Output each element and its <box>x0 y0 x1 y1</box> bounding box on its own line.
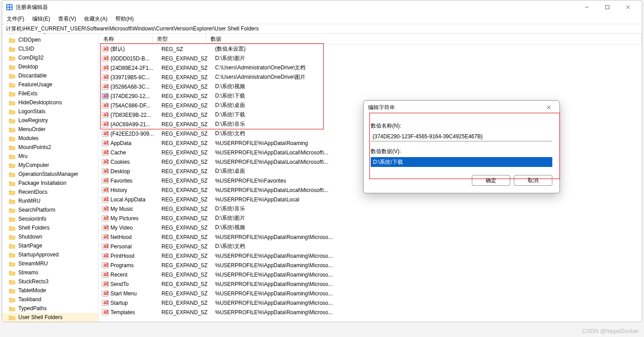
tree-item[interactable]: StartupApproved <box>2 250 98 259</box>
value-data: %USERPROFILE%\AppData\Roaming\Microso... <box>215 281 642 287</box>
value-row[interactable]: StartupREG_EXPAND_SZ%USERPROFILE%\AppDat… <box>99 298 642 307</box>
close-button[interactable] <box>618 0 638 14</box>
tree-item[interactable]: Package Installation <box>2 179 98 188</box>
menu-fav[interactable]: 收藏夹(A) <box>84 15 107 23</box>
value-row[interactable]: My PicturesREG_EXPAND_SZD:\系统\图片 <box>99 213 642 223</box>
value-data-input[interactable] <box>371 157 552 167</box>
string-value-icon <box>102 55 109 62</box>
value-row[interactable]: Local AppDataREG_EXPAND_SZ%USERPROFILE%\… <box>99 195 642 204</box>
value-row[interactable]: My VideoREG_EXPAND_SZD:\系统\视频 <box>99 223 642 232</box>
value-row[interactable]: {24D89E24-2F1...REG_EXPAND_SZC:\Users\Ad… <box>99 63 642 73</box>
cancel-button[interactable]: 取消 <box>514 175 552 186</box>
tree-item[interactable]: Discardable <box>2 71 98 80</box>
tree-item[interactable]: Modules <box>2 134 98 143</box>
col-name[interactable]: 名称 <box>99 34 153 44</box>
value-data-label: 数值数据(V): <box>371 148 552 155</box>
value-row[interactable]: {339719B5-8C...REG_EXPAND_SZC:\Users\Adm… <box>99 73 642 82</box>
string-value-icon <box>102 187 109 194</box>
value-name: {754AC886-DF... <box>110 102 161 109</box>
folder-icon <box>8 73 16 79</box>
tree-item-label: StuckRects3 <box>18 278 48 285</box>
tree-item[interactable]: Mru <box>2 152 98 161</box>
menu-edit[interactable]: 编辑(E) <box>32 15 50 23</box>
value-row[interactable]: {374DE290-12...REG_EXPAND_SZD:\系统\下载 <box>99 91 642 101</box>
tree-item[interactable]: StartPage <box>2 241 98 250</box>
address-bar[interactable]: 计算机\HKEY_CURRENT_USER\Software\Microsoft… <box>2 24 642 34</box>
value-row[interactable]: NetHoodREG_EXPAND_SZ%USERPROFILE%\AppDat… <box>99 232 642 242</box>
value-row[interactable]: Start MenuREG_EXPAND_SZ%USERPROFILE%\App… <box>99 289 642 298</box>
dialog-close-button[interactable] <box>542 101 555 114</box>
tree-item[interactable]: MyComputer <box>2 161 98 170</box>
titlebar[interactable]: 注册表编辑器 <box>2 0 642 14</box>
value-data: C:\Users\Administrator\OneDrive\图片 <box>215 73 642 81</box>
key-tree[interactable]: CD BurningCIDOpenCLSIDComDlg32DesktopDis… <box>2 34 99 322</box>
tree-item[interactable]: TabletMode <box>2 286 98 295</box>
tree-item[interactable]: Shell Folders <box>2 223 98 232</box>
tree-item[interactable]: Shutdown <box>2 232 98 241</box>
value-row[interactable]: {35286A68-3C...REG_EXPAND_SZD:\系统\视频 <box>99 82 642 91</box>
maximize-button[interactable] <box>597 0 618 14</box>
value-row[interactable]: SendToREG_EXPAND_SZ%USERPROFILE%\AppData… <box>99 279 642 289</box>
tree-item[interactable]: User Shell Folders <box>2 313 98 322</box>
folder-icon <box>8 252 16 258</box>
tree-item[interactable]: TypedPaths <box>2 304 98 313</box>
string-value-icon <box>102 205 109 213</box>
value-name: {24D89E24-2F1... <box>110 65 161 71</box>
value-row[interactable]: RecentREG_EXPAND_SZ%USERPROFILE%\AppData… <box>99 270 642 279</box>
tree-item[interactable]: OperationStatusManager <box>2 170 98 179</box>
value-row[interactable]: TemplatesREG_EXPAND_SZ%USERPROFILE%\AppD… <box>99 307 642 317</box>
value-row[interactable]: PrintHoodREG_EXPAND_SZ%USERPROFILE%\AppD… <box>99 251 642 260</box>
folder-icon <box>8 109 16 115</box>
list-header[interactable]: 名称 类型 数据 <box>99 34 642 44</box>
value-row[interactable]: ProgramsREG_EXPAND_SZ%USERPROFILE%\AppDa… <box>99 260 642 270</box>
tree-item[interactable]: Desktop <box>2 62 98 71</box>
tree-item-label: MountPoints2 <box>18 144 51 150</box>
menu-help[interactable]: 帮助(H) <box>115 15 134 23</box>
tree-item-label: HideDesktopIcons <box>18 99 62 106</box>
tree-item[interactable]: StuckRects3 <box>2 277 98 286</box>
menubar: 文件(F) 编辑(E) 查看(V) 收藏夹(A) 帮助(H) <box>2 14 642 24</box>
ok-button[interactable]: 确定 <box>472 175 510 186</box>
folder-icon <box>8 154 16 159</box>
tree-item[interactable]: LogonStats <box>2 107 98 116</box>
tree-item[interactable]: MountPoints2 <box>2 143 98 152</box>
tree-item[interactable]: RecentDocs <box>2 188 98 196</box>
value-type: REG_EXPAND_SZ <box>161 272 215 278</box>
value-row[interactable]: (默认)REG_SZ(数值未设置) <box>99 44 642 54</box>
value-name-input[interactable] <box>371 132 552 141</box>
tree-item[interactable]: LowRegistry <box>2 116 98 125</box>
menu-view[interactable]: 查看(V) <box>58 15 76 23</box>
menu-file[interactable]: 文件(F) <box>7 15 24 23</box>
tree-item[interactable]: SearchPlatform <box>2 205 98 214</box>
tree-item[interactable]: RunMRU <box>2 196 98 205</box>
tree-item[interactable]: ComDlg32 <box>2 53 98 62</box>
value-data: %USERPROFILE%\AppData\Roaming\Microso... <box>215 253 642 259</box>
folder-icon <box>8 261 16 267</box>
value-row[interactable]: {0DDD015D-B...REG_EXPAND_SZD:\系统\图片 <box>99 54 642 63</box>
tree-item[interactable]: MenuOrder <box>2 125 98 134</box>
value-type: REG_EXPAND_SZ <box>161 121 215 128</box>
value-name-label: 数值名称(N): <box>371 122 552 130</box>
col-data[interactable]: 数据 <box>206 34 642 44</box>
col-type[interactable]: 类型 <box>153 34 206 44</box>
tree-item[interactable]: CIDOpen <box>2 35 98 44</box>
tree-item[interactable]: SessionInfo <box>2 214 98 223</box>
value-type: REG_EXPAND_SZ <box>161 140 215 146</box>
tree-item[interactable]: FileExts <box>2 89 98 98</box>
string-value-icon <box>102 46 109 53</box>
value-row[interactable]: My MusicREG_EXPAND_SZD:\系统\音乐 <box>99 204 642 213</box>
value-name: Local AppData <box>110 196 161 203</box>
string-value-icon <box>102 140 109 147</box>
tree-item[interactable]: HideDesktopIcons <box>2 98 98 107</box>
value-row[interactable]: PersonalREG_EXPAND_SZD:\系统\文档 <box>99 242 642 251</box>
tree-item[interactable]: CLSID <box>2 44 98 53</box>
tree-item[interactable]: Taskband <box>2 295 98 304</box>
tree-item-label: StartupApproved <box>18 252 59 258</box>
tree-item[interactable]: Streams <box>2 268 98 277</box>
folder-icon <box>8 243 16 249</box>
tree-item[interactable]: FeatureUsage <box>2 80 98 89</box>
tree-item[interactable]: StreamMRU <box>2 259 98 268</box>
dialog-titlebar[interactable]: 编辑字符串 <box>364 101 559 114</box>
minimize-button[interactable] <box>576 0 597 14</box>
value-name: Templates <box>110 309 161 316</box>
